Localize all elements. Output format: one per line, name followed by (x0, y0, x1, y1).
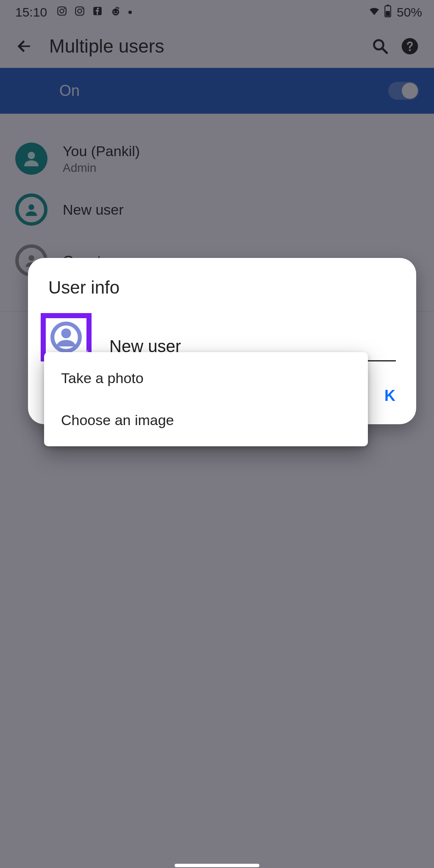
choose-image-item[interactable]: Choose an image (44, 399, 368, 441)
ok-button[interactable]: K (384, 387, 396, 405)
photo-popup-menu: Take a photo Choose an image (44, 352, 368, 446)
svg-point-22 (61, 328, 71, 338)
take-photo-item[interactable]: Take a photo (44, 357, 368, 399)
dialog-title: User info (28, 277, 416, 313)
screen: 15:10 50% (0, 0, 434, 868)
nav-handle[interactable] (175, 864, 259, 867)
